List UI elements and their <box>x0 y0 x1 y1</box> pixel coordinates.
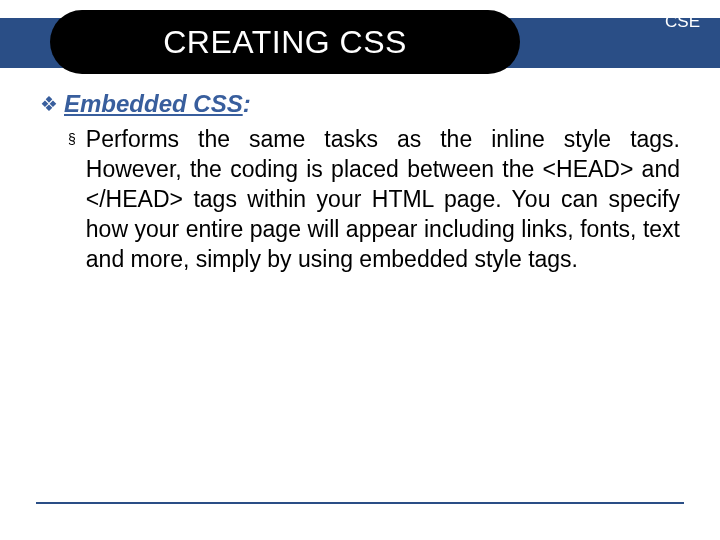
course-badge: CSE <box>665 12 700 32</box>
body-row: § Performs the same tasks as the inline … <box>68 124 680 274</box>
diamond-bullet-icon: ❖ <box>40 90 58 118</box>
body-text: Performs the same tasks as the inline st… <box>86 124 680 274</box>
title-pill: CREATING CSS <box>50 10 520 74</box>
section-heading: Embedded CSS <box>64 90 243 117</box>
section-heading-colon: : <box>243 90 251 117</box>
square-bullet-icon: § <box>68 124 76 154</box>
footer-divider <box>36 502 684 504</box>
slide-title: CREATING CSS <box>163 24 407 61</box>
heading-row: ❖ Embedded CSS: <box>40 90 680 118</box>
heading-wrapper: Embedded CSS: <box>64 90 251 118</box>
content-area: ❖ Embedded CSS: § Performs the same task… <box>40 90 680 274</box>
